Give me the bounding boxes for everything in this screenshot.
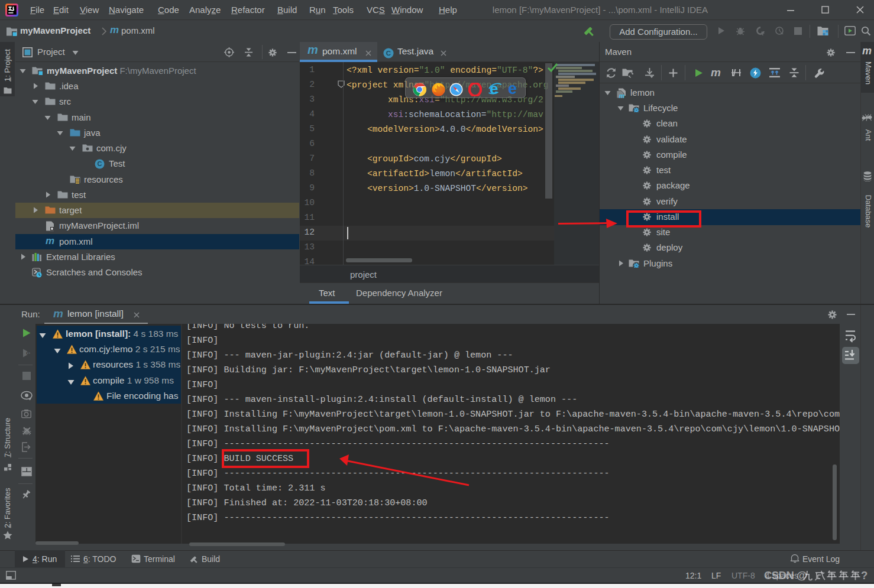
svg-text:e: e	[508, 81, 517, 96]
svg-text:C: C	[98, 160, 102, 167]
svg-text:m: m	[619, 92, 625, 99]
svg-text:9: 9	[26, 351, 30, 358]
svg-text:C: C	[386, 50, 391, 57]
